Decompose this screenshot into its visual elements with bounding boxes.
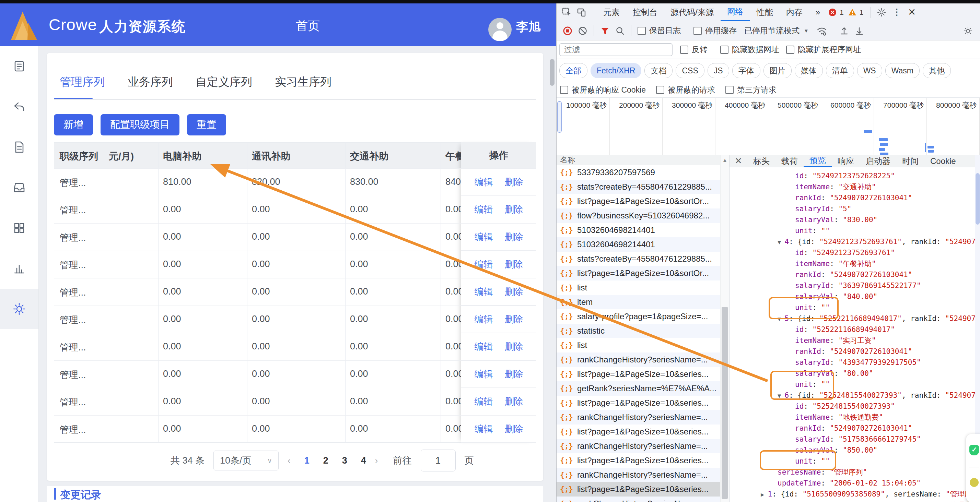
edit-link[interactable]: 编辑	[474, 176, 493, 188]
series-tab-3[interactable]: 自定义序列	[196, 75, 252, 90]
edit-link[interactable]: 编辑	[474, 368, 493, 380]
network-settings-icon[interactable]	[961, 24, 975, 38]
request-row[interactable]: {;}list?page=1&PageSize=10&series...	[557, 482, 720, 497]
blocked-checkbox-2[interactable]	[656, 86, 664, 94]
type-filter--[interactable]: 字体	[732, 63, 760, 78]
inspect-icon[interactable]	[560, 5, 574, 19]
throttling-select[interactable]: 已停用节流模式	[744, 25, 800, 36]
export-har-icon[interactable]	[852, 24, 866, 38]
extension-secondary-icon[interactable]	[970, 478, 978, 487]
type-filter--[interactable]: 全部	[559, 63, 587, 78]
shield-check-icon[interactable]	[969, 445, 979, 455]
filter-icon[interactable]	[598, 24, 612, 38]
edit-link[interactable]: 编辑	[474, 340, 493, 353]
scroll-up-icon[interactable]: ▲	[722, 157, 727, 163]
request-row[interactable]: {;}list?page=1&PageSize=10&series...	[557, 453, 720, 468]
devtools-tab-3[interactable]: 源代码/来源	[664, 3, 721, 21]
series-tab-2[interactable]: 业务序列	[128, 75, 173, 90]
series-tab-4[interactable]: 实习生序列	[275, 75, 331, 90]
preview-line[interactable]: ▼ 6: {id: "52524815540027393", rankId: "…	[730, 390, 975, 401]
panel-tab-7[interactable]: Cookie	[924, 155, 962, 167]
type-filter--[interactable]: 其他	[923, 63, 951, 78]
preview-line[interactable]: ▼ 5: {id: "52522116689494017", rankId: "…	[730, 313, 975, 324]
request-row[interactable]: {;}53379336207597569	[557, 165, 720, 180]
request-row[interactable]: {;}list?page=1&PageSize=10&series...	[557, 424, 720, 439]
request-row[interactable]: {;}rankChangeHistory?seriesName=...	[557, 468, 720, 482]
page-size-select[interactable]: 10条/页∨	[213, 451, 278, 470]
sidebar-item-grid[interactable]	[0, 208, 38, 248]
devtools-tab-5[interactable]: 性能	[750, 3, 780, 21]
hide-data-urls-checkbox[interactable]	[720, 46, 729, 54]
extension-widget[interactable]	[966, 434, 980, 502]
sidebar-item-reports[interactable]	[0, 248, 38, 289]
type-filter-css[interactable]: CSS	[676, 63, 704, 78]
edit-link[interactable]: 编辑	[474, 286, 493, 298]
clear-icon[interactable]	[576, 24, 590, 38]
edit-link[interactable]: 编辑	[474, 231, 493, 243]
type-filter--[interactable]: 媒体	[795, 63, 823, 78]
request-row[interactable]: {;}stats?createBy=455804761229885...	[557, 252, 720, 266]
request-row[interactable]: {;}51032604698214401	[557, 223, 720, 237]
delete-link[interactable]: 删除	[505, 258, 523, 270]
delete-link[interactable]: 删除	[505, 396, 523, 408]
delete-link[interactable]: 删除	[505, 340, 523, 353]
type-filter--[interactable]: 图片	[764, 63, 792, 78]
invert-checkbox[interactable]	[680, 46, 688, 54]
edit-link[interactable]: 编辑	[474, 313, 493, 326]
action-button-3[interactable]: 重置	[187, 114, 226, 135]
panel-tab-6[interactable]: 时间	[896, 155, 924, 167]
request-list-header[interactable]: 名称	[557, 155, 720, 165]
request-row[interactable]: {;}list?page=1&PageSize=10&series...	[557, 367, 720, 381]
edit-link[interactable]: 编辑	[474, 258, 493, 270]
next-page-button[interactable]: ›	[375, 455, 378, 466]
nav-home[interactable]: 首页	[296, 18, 320, 34]
devtools-tab-6[interactable]: 内存	[780, 3, 809, 21]
type-filter--[interactable]: 文档	[644, 63, 673, 78]
edit-link[interactable]: 编辑	[474, 423, 493, 435]
action-button-2[interactable]: 配置职级项目	[100, 114, 180, 135]
device-toolbar-icon[interactable]	[575, 5, 589, 19]
panel-tab-3[interactable]: 预览	[803, 155, 832, 167]
series-tab-1[interactable]: 管理序列	[60, 75, 105, 90]
delete-link[interactable]: 删除	[505, 286, 523, 298]
sidebar-item-form[interactable]	[0, 46, 38, 86]
record-icon[interactable]	[561, 24, 574, 38]
request-row[interactable]: {;}statistic	[557, 324, 720, 338]
prev-page-button[interactable]: ‹	[288, 455, 291, 466]
network-conditions-icon[interactable]	[815, 24, 829, 38]
devtools-tab-2[interactable]: 控制台	[626, 3, 664, 21]
timeline-handle[interactable]	[557, 101, 562, 133]
preview-line[interactable]: ▼ 4: {id: "52492123752693761", rankId: "…	[730, 236, 975, 247]
request-row[interactable]: {;}51032604698214401	[557, 237, 720, 252]
preview-line[interactable]: ▶ 2: {id: "45827717542707201", seriesNam…	[730, 500, 975, 502]
delete-link[interactable]: 删除	[505, 368, 523, 380]
settings-icon[interactable]	[875, 5, 888, 19]
request-row[interactable]: {;}rankChangeHistory?seriesName=...	[557, 410, 720, 424]
edit-link[interactable]: 编辑	[474, 396, 493, 408]
page-number-3[interactable]: 3	[342, 455, 347, 466]
page-number-4[interactable]: 4	[361, 455, 366, 466]
close-icon[interactable]: ✕	[905, 5, 919, 19]
devtools-tab-4[interactable]: 网络	[721, 3, 750, 21]
request-row[interactable]: {;}list?page=1&PageSize=10&series...	[557, 396, 720, 410]
panel-tab-2[interactable]: 载荷	[775, 155, 803, 167]
request-row[interactable]: {;}flow?businessKey=510326046982...	[557, 208, 720, 223]
warning-badge-icon[interactable]	[848, 5, 857, 19]
type-filter-js[interactable]: JS	[708, 63, 729, 78]
request-row[interactable]: {;}list	[557, 338, 720, 353]
request-row[interactable]: {;}list?page=1&PageSize=10&sortOr...	[557, 194, 720, 208]
request-row[interactable]: {;}getRank?seriesName=%E7%AE%A...	[557, 381, 720, 396]
blocked-checkbox-3[interactable]	[725, 86, 733, 94]
error-badge-icon[interactable]	[828, 5, 837, 19]
hide-extension-urls-checkbox[interactable]	[786, 46, 794, 54]
type-filter-ws[interactable]: WS	[857, 63, 882, 78]
request-row[interactable]: {;}rankChangeHistory?seriesName=...	[557, 497, 720, 502]
disable-cache-checkbox[interactable]	[694, 27, 702, 35]
network-overview-timeline[interactable]: 100000 毫秒200000 毫秒300000 毫秒400000 毫秒5000…	[557, 98, 980, 155]
panel-tab-5[interactable]: 启动器	[860, 155, 896, 167]
type-filter--[interactable]: 清单	[826, 63, 854, 78]
request-row[interactable]: {;}stats?createBy=455804761229885...	[557, 180, 720, 194]
panel-tab-1[interactable]: 标头	[747, 155, 775, 167]
more-icon[interactable]: ⋮	[890, 5, 904, 19]
sidebar-item-approvals[interactable]	[0, 86, 38, 127]
